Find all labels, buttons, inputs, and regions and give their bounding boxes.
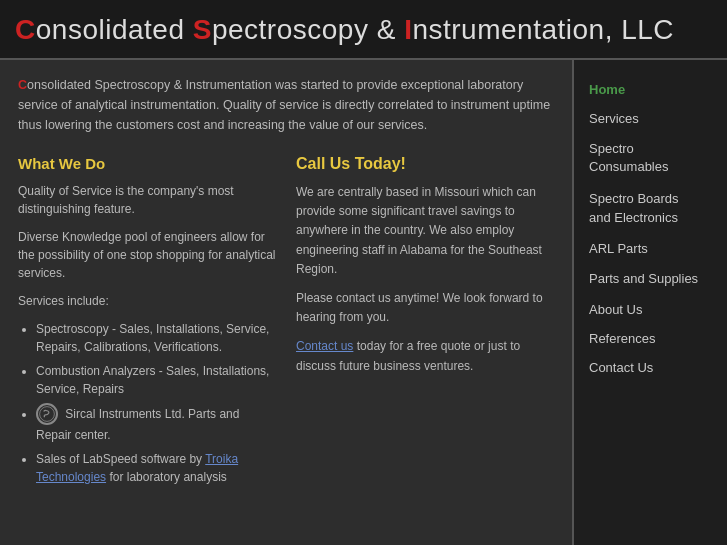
sidebar-item-parts-supplies[interactable]: Parts and Supplies — [584, 263, 717, 295]
knowledge-point: Diverse Knowledge pool of engineers allo… — [18, 228, 276, 282]
sidebar-item-spectro-boards[interactable]: Spectro Boardsand Electronics — [584, 183, 717, 233]
call-us-title: Call Us Today! — [296, 155, 554, 173]
what-we-do-section: What We Do Quality of Service is the com… — [18, 155, 276, 492]
sidebar-item-services[interactable]: Services — [584, 104, 717, 133]
sidebar-item-references[interactable]: References — [584, 324, 717, 353]
services-include-label: Services include: — [18, 292, 276, 310]
main-content: Consolidated Spectroscopy & Instrumentat… — [0, 60, 572, 545]
sidebar-item-spectro-consumables[interactable]: SpectroConsumables — [584, 133, 717, 183]
quality-point: Quality of Service is the company's most… — [18, 182, 276, 218]
list-item: Combustion Analyzers - Sales, Installati… — [36, 362, 276, 398]
sidebar-item-home[interactable]: Home — [584, 75, 717, 104]
list-item: Sircal Instruments Ltd. Parts and Repair… — [36, 404, 276, 444]
title-c-letter: C — [15, 14, 36, 45]
sircal-icon — [36, 403, 58, 425]
call-us-section: Call Us Today! We are centrally based in… — [296, 155, 554, 492]
what-we-do-title: What We Do — [18, 155, 276, 172]
sidebar-item-about-us[interactable]: About Us — [584, 295, 717, 324]
page-header: Consolidated Spectroscopy & Instrumentat… — [0, 0, 727, 60]
sidebar-item-contact-us[interactable]: Contact Us — [584, 353, 717, 382]
intro-c-letter: C — [18, 78, 27, 92]
call-us-para3: Contact us today for a free quote or jus… — [296, 337, 554, 375]
sidebar: Home Services SpectroConsumables Spectro… — [572, 60, 727, 545]
contact-us-link[interactable]: Contact us — [296, 339, 353, 353]
list-item: Spectroscopy - Sales, Installations, Ser… — [36, 320, 276, 356]
list-item: Sales of LabSpeed software by Troika Tec… — [36, 450, 276, 486]
services-list: Spectroscopy - Sales, Installations, Ser… — [36, 320, 276, 486]
sidebar-item-arl-parts[interactable]: ARL Parts — [584, 234, 717, 263]
title-s-letter: S — [193, 14, 212, 45]
call-us-para2: Please contact us anytime! We look forwa… — [296, 289, 554, 327]
intro-paragraph: Consolidated Spectroscopy & Instrumentat… — [18, 75, 554, 135]
two-column-section: What We Do Quality of Service is the com… — [18, 155, 554, 492]
call-us-para1: We are centrally based in Missouri which… — [296, 183, 554, 279]
page-layout: Consolidated Spectroscopy & Instrumentat… — [0, 60, 727, 545]
site-title: Consolidated Spectroscopy & Instrumentat… — [15, 14, 674, 46]
